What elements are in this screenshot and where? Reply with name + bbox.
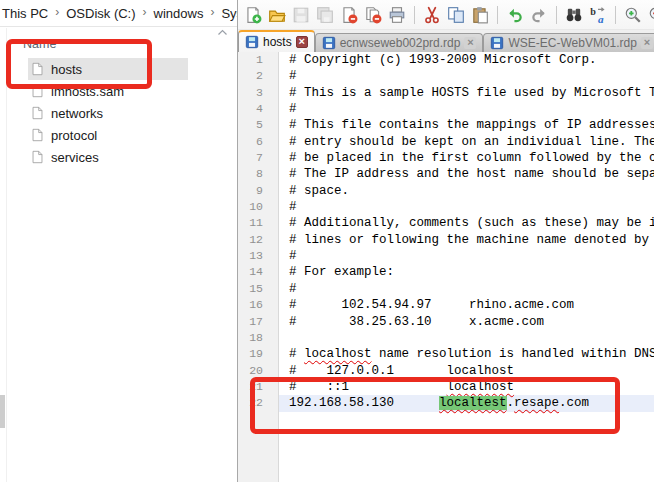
line-number: 1: [238, 52, 263, 68]
replace-icon[interactable]: ba: [589, 6, 607, 24]
smart-highlighted-word: localtest: [439, 396, 507, 410]
line-number: 11: [238, 215, 263, 231]
file-icon: [31, 149, 44, 165]
editor-line[interactable]: # Additionally, comments (such as these)…: [289, 215, 654, 231]
close-all-files-icon[interactable]: [364, 6, 382, 24]
line-number: 5: [238, 117, 263, 133]
editor-line[interactable]: # 38.25.63.10 x.acme.com: [289, 314, 654, 330]
line-number: 21: [238, 379, 263, 395]
copy-icon[interactable]: [447, 6, 465, 24]
editor-line[interactable]: # ::1 localhost: [289, 379, 654, 395]
tab-ecnwseweb002prd.rdp[interactable]: ecnwseweb002prd.rdp×: [315, 33, 484, 52]
tab-WSE-EC-WebVM01.rdp[interactable]: WSE-EC-WebVM01.rdp×: [483, 33, 654, 52]
line-number: 20: [238, 363, 263, 379]
editor-line[interactable]: # For example:: [289, 264, 654, 280]
close-file-icon[interactable]: [340, 6, 358, 24]
editor-line[interactable]: #: [289, 248, 654, 264]
column-header-name[interactable]: Name: [23, 37, 56, 51]
zoom-in-icon[interactable]: [624, 6, 642, 24]
print-icon[interactable]: [388, 6, 406, 24]
open-file-icon[interactable]: [268, 6, 286, 24]
editor-line[interactable]: # 102.54.94.97 rhino.acme.com: [289, 297, 654, 313]
file-icon: [31, 127, 44, 143]
line-number: 15: [238, 281, 263, 297]
breadcrumb: This PC›OSDisk (C:)›windows›Syste: [0, 0, 237, 27]
editor-line[interactable]: #: [289, 281, 654, 297]
saved-file-icon: [490, 36, 504, 50]
file-icon: [31, 83, 44, 99]
tab-label: WSE-EC-WebVM01.rdp: [508, 36, 636, 50]
undo-icon[interactable]: [506, 6, 524, 24]
tab-close-icon[interactable]: ×: [641, 37, 653, 49]
editor-line[interactable]: # lines or following the machine name de…: [289, 232, 654, 248]
tab-label: ecnwseweb002prd.rdp: [340, 36, 461, 50]
svg-text:a: a: [598, 12, 604, 23]
line-number: 8: [238, 166, 263, 182]
sort-ascending-icon[interactable]: [217, 29, 228, 36]
file-name-label: services: [51, 150, 99, 165]
file-explorer-pane: This PC›OSDisk (C:)›windows›Syste Name h…: [0, 0, 237, 482]
text-editor[interactable]: 12345678910111213141516171819202122 # Co…: [238, 52, 654, 482]
editor-line[interactable]: #: [289, 101, 654, 117]
paste-icon[interactable]: [471, 6, 489, 24]
save-all-icon: [316, 6, 334, 24]
find-icon[interactable]: [565, 6, 583, 24]
notepad-plus-plus-window: ba hosts×ecnwseweb002prd.rdp×WSE-EC-WebV…: [237, 0, 654, 482]
line-number: 3: [238, 85, 263, 101]
editor-line[interactable]: # space.: [289, 183, 654, 199]
editor-line[interactable]: # 127.0.0.1 localhost: [289, 363, 654, 379]
tab-bar: hosts×ecnwseweb002prd.rdp×WSE-EC-WebVM01…: [238, 30, 654, 52]
breadcrumb-item[interactable]: This PC: [2, 6, 48, 21]
breadcrumb-item[interactable]: Syste: [221, 6, 237, 21]
pane-divider: [6, 28, 7, 482]
nav-scrollbar-thumb[interactable]: [0, 395, 5, 428]
saved-file-icon: [245, 35, 259, 49]
editor-line[interactable]: [289, 330, 654, 346]
zoom-out-icon[interactable]: [648, 6, 654, 24]
file-name-label: lmhosts.sam: [51, 84, 124, 99]
toolbar-separator: [556, 6, 557, 24]
toolbar-separator: [414, 6, 415, 24]
editor-line[interactable]: #: [289, 68, 654, 84]
editor-line[interactable]: # be placed in the first column followed…: [289, 150, 654, 166]
line-number: 18: [238, 330, 263, 346]
line-number: 17: [238, 314, 263, 330]
tab-hosts[interactable]: hosts×: [238, 30, 315, 52]
file-row-protocol[interactable]: protocol: [28, 124, 237, 146]
line-number: 6: [238, 134, 263, 150]
line-number: 2: [238, 68, 263, 84]
breadcrumb-item[interactable]: windows: [154, 6, 204, 21]
line-number: 10: [238, 199, 263, 215]
editor-line[interactable]: # Copyright (c) 1993-2009 Microsoft Corp…: [289, 52, 654, 68]
editor-line[interactable]: #: [289, 199, 654, 215]
cut-icon[interactable]: [423, 6, 441, 24]
tab-close-icon[interactable]: ×: [464, 37, 476, 49]
line-number: 9: [238, 183, 263, 199]
breadcrumb-separator-icon: ›: [210, 5, 214, 19]
breadcrumb-item[interactable]: OSDisk (C:): [66, 6, 135, 21]
line-number: 16: [238, 297, 263, 313]
editor-line[interactable]: 192.168.58.130 localtest.resape.com: [279, 395, 654, 411]
editor-content[interactable]: # Copyright (c) 1993-2009 Microsoft Corp…: [279, 52, 654, 482]
editor-line[interactable]: # localhost name resolution is handled w…: [289, 346, 654, 362]
saved-file-icon: [322, 36, 336, 50]
editor-line[interactable]: # This file contains the mappings of IP …: [289, 117, 654, 133]
line-number: 22: [238, 395, 263, 411]
file-list: hostslmhosts.samnetworksprotocolservices: [28, 58, 237, 168]
file-row-services[interactable]: services: [28, 146, 237, 168]
new-file-icon[interactable]: [244, 6, 262, 24]
file-row-networks[interactable]: networks: [28, 102, 237, 124]
file-row-lmhosts.sam[interactable]: lmhosts.sam: [28, 80, 237, 102]
tab-close-icon[interactable]: ×: [296, 36, 308, 48]
tab-label: hosts: [263, 35, 292, 49]
line-number: 13: [238, 248, 263, 264]
file-row-hosts[interactable]: hosts: [28, 58, 188, 80]
line-number: 19: [238, 346, 263, 362]
save-icon: [292, 6, 310, 24]
file-name-label: protocol: [51, 128, 97, 143]
editor-line[interactable]: # The IP address and the host name shoul…: [289, 166, 654, 182]
editor-line[interactable]: # entry should be kept on an individual …: [289, 134, 654, 150]
redo-icon[interactable]: [530, 6, 548, 24]
line-number-gutter: 12345678910111213141516171819202122: [238, 52, 279, 482]
editor-line[interactable]: # This is a sample HOSTS file used by Mi…: [289, 85, 654, 101]
